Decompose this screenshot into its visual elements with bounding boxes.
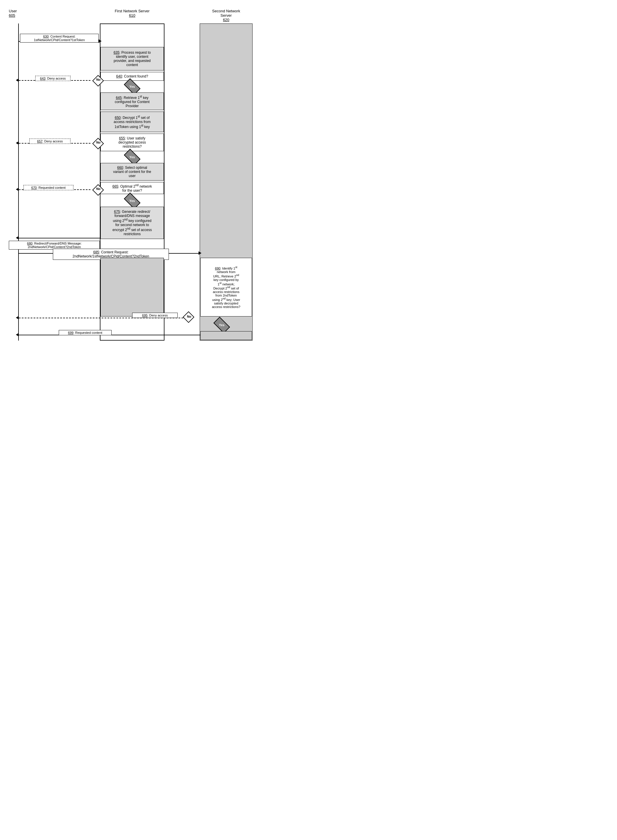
diamond-655-no-label: No [91, 141, 106, 144]
diamond-665-wrap: No [91, 185, 106, 194]
yes-695-text: Yes [219, 323, 225, 327]
diamond-640-no-label: No [91, 78, 106, 81]
first-server-label: First Network Server [100, 9, 164, 13]
arrowhead-685 [199, 251, 201, 255]
yes-665-text: Yes [130, 199, 135, 203]
yes-655-text: Yes [130, 155, 135, 159]
proc-635: 635: Process request toidentify user, co… [100, 47, 164, 71]
arrowhead-657 [16, 141, 19, 145]
diamond-695-no-label: No [182, 315, 196, 318]
diamond-640-wrap: No [91, 76, 106, 84]
proc-640: 640: Content found? [100, 72, 164, 81]
proc-655: 655: User satisfydecrypted accessrestric… [100, 134, 164, 151]
user-label: User [9, 9, 17, 13]
arrowhead-680 [16, 236, 19, 240]
first-server-header: First Network Server 610 [100, 9, 164, 18]
user-header: User 605 [9, 9, 17, 18]
msg-670: 670: Requested content [24, 185, 74, 190]
msg-699: 699: Requested content [59, 330, 112, 335]
proc-665: 665: Optimal 2nd networkfor the user? [100, 182, 164, 194]
arrowhead-630 [99, 39, 102, 43]
arrow-680-line [19, 238, 100, 239]
msg-643: 643: Deny access [35, 76, 71, 81]
first-server-inactive-690 [100, 258, 164, 317]
yes-655: Yes [118, 152, 147, 162]
arrowhead-643 [16, 78, 19, 82]
proc-645: 645: Retrieve 1st keyconfigured for Cont… [100, 93, 164, 110]
yes-665: Yes [118, 196, 147, 206]
diamond-695-wrap: No [182, 313, 196, 321]
yes-695: Yes [207, 320, 236, 330]
proc-650: 650: Decrypt 1st set ofaccess restrictio… [100, 112, 164, 132]
yes-640-text: Yes [130, 85, 135, 88]
arrowhead-670 [16, 188, 19, 191]
second-server-id: 620 [200, 18, 252, 22]
msg-680: 680: Redirect/Forward/DNS Message:2ndNet… [9, 241, 100, 249]
diamond-655-wrap: No [91, 139, 106, 147]
msg-657: 657: Deny access [30, 139, 71, 144]
user-id: 605 [9, 13, 17, 18]
user-lifeline [18, 24, 19, 340]
proc-660: 660: Select optimalvariant of content fo… [100, 163, 164, 181]
arrowhead-695 [16, 316, 19, 320]
arrowhead-699 [16, 333, 19, 336]
first-server-id: 610 [100, 13, 164, 18]
diamond-665-no-label: No [91, 187, 106, 190]
yes-640: Yes [118, 82, 147, 91]
second-server-699-bar [200, 331, 252, 340]
second-server-header: Second NetworkServer 620 [200, 9, 252, 22]
second-server-label: Second NetworkServer [200, 9, 252, 18]
msg-695: 695: Deny access [132, 313, 178, 318]
proc-690: 690: Identify 1stnetwork fromURL; Retrie… [200, 258, 252, 317]
proc-675: 675: Generate redirect/forward/DNS messa… [100, 207, 164, 239]
msg-630: 630: Content Request:1stNetwork/CPid/Con… [20, 34, 99, 43]
diagram-container: User 605 First Network Server 610 Second… [0, 0, 264, 352]
